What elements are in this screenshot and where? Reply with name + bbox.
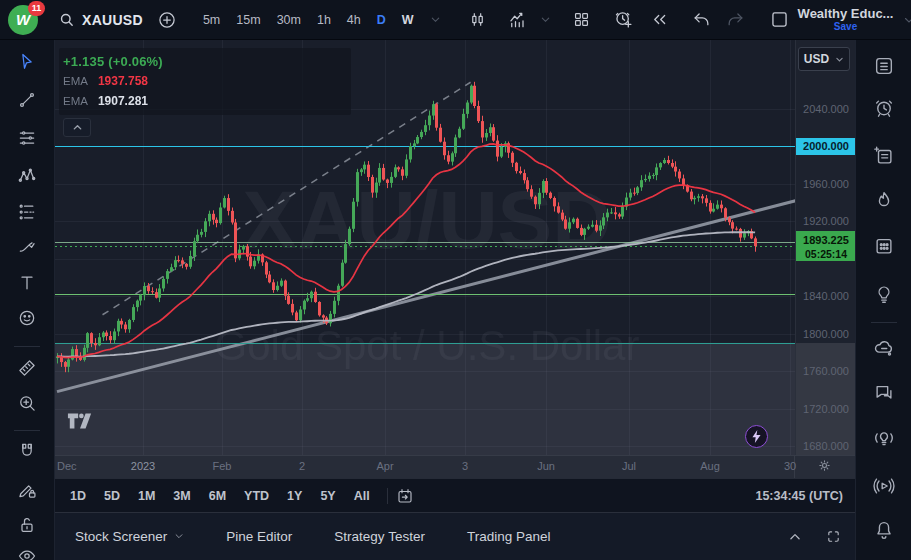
timeframe-menu-chevron-icon[interactable]	[422, 6, 450, 34]
tab-stock-screener[interactable]: Stock Screener	[75, 529, 184, 544]
ideas-bulb-icon[interactable]	[873, 283, 895, 309]
price-tick: 1800.000	[796, 328, 855, 340]
toolbar-divider	[871, 322, 897, 323]
tab-label: Trading Panel	[467, 529, 551, 544]
range-6m[interactable]: 6M	[200, 485, 235, 507]
symbol-search-icon[interactable]	[52, 6, 80, 34]
tradingview-logo[interactable]	[67, 412, 93, 430]
bar-replay-icon[interactable]	[646, 6, 674, 34]
timeframe-15m[interactable]: 15m	[228, 9, 268, 31]
brush-tool-icon[interactable]	[17, 237, 37, 261]
range-buttons: 1D5D1M3M6MYTD1Y5YAll	[61, 485, 379, 507]
time-axis[interactable]: Dec2023Feb2Apr3JunJulAug30	[55, 455, 855, 478]
range-1d[interactable]: 1D	[61, 485, 95, 507]
indicator-name: EMA	[63, 75, 88, 87]
compare-add-icon[interactable]	[153, 6, 181, 34]
text-tool-icon[interactable]	[17, 273, 37, 297]
forecast-tool-icon[interactable]	[17, 202, 37, 226]
save-layout-square-icon[interactable]	[766, 6, 794, 34]
redo-icon[interactable]	[722, 6, 750, 34]
save-label[interactable]: Save	[798, 20, 894, 33]
magnet-tool-icon[interactable]	[17, 441, 37, 465]
xabcd-pattern-tool-icon[interactable]	[17, 166, 37, 190]
range-5d[interactable]: 5D	[95, 485, 129, 507]
tab-label: Stock Screener	[75, 529, 167, 544]
hide-all-eye-tool-icon[interactable]	[17, 546, 37, 560]
legend-collapse-button[interactable]	[63, 118, 91, 137]
watchlist-icon[interactable]	[873, 55, 895, 81]
layout-account[interactable]: Wealthy Educ... Save	[798, 7, 894, 33]
range-ytd[interactable]: YTD	[235, 485, 278, 507]
timeframe-30m[interactable]: 30m	[269, 9, 309, 31]
alerts-clock-icon[interactable]	[873, 97, 895, 123]
price-tick: 1720.000	[796, 403, 855, 415]
object-tree-notes-icon[interactable]	[873, 145, 895, 171]
footer-icons	[788, 529, 841, 544]
trend-line-tool-icon[interactable]	[17, 90, 37, 114]
undo-icon[interactable]	[688, 6, 716, 34]
currency-label: USD	[804, 52, 829, 66]
go-to-date-icon[interactable]	[396, 487, 414, 505]
time-tick: 2023	[131, 460, 155, 472]
symbol-name[interactable]: XAUUSD	[82, 12, 143, 28]
streams-play-icon[interactable]	[873, 475, 895, 501]
calendar-icon[interactable]	[873, 235, 895, 261]
notifications-bell-icon[interactable]	[873, 519, 895, 545]
fib-lines-tool-icon[interactable]	[17, 128, 37, 152]
last-price-label: 1893.225	[796, 233, 855, 247]
utc-clock[interactable]: 15:34:45 (UTC)	[755, 489, 843, 503]
timeframe-4h[interactable]: 4h	[339, 9, 369, 31]
bar-countdown: 05:25:14	[796, 247, 855, 261]
range-1m[interactable]: 1M	[129, 485, 164, 507]
toolbar-divider	[14, 430, 40, 431]
indicator-row-ema1[interactable]: EMA 1937.758	[63, 71, 343, 91]
layout-menu-chevron-icon[interactable]	[895, 6, 911, 34]
timeframe-W[interactable]: W	[394, 9, 422, 31]
range-1y[interactable]: 1Y	[278, 485, 311, 507]
price-tick: 1960.000	[796, 178, 855, 190]
footer-tabs: Stock ScreenerPine EditorStrategy Tester…	[55, 529, 550, 544]
bottom-panel: Stock ScreenerPine EditorStrategy Tester…	[55, 512, 855, 560]
top-toolbar: W 11 XAUUSD 5m15m30m1h4hDW	[0, 0, 911, 40]
tab-pine-editor[interactable]: Pine Editor	[226, 529, 292, 544]
indicators-icon[interactable]	[504, 6, 532, 34]
fullscreen-icon[interactable]	[826, 529, 841, 544]
hotlists-flame-icon[interactable]	[873, 189, 895, 215]
indicator-name: EMA	[63, 95, 88, 107]
chart-style-candles-icon[interactable]	[464, 6, 492, 34]
cursor-tool-icon[interactable]	[17, 52, 37, 76]
minds-cloud-icon[interactable]	[873, 337, 895, 363]
range-all[interactable]: All	[345, 485, 379, 507]
measure-ruler-tool-icon[interactable]	[17, 358, 37, 382]
tab-strategy-tester[interactable]: Strategy Tester	[334, 529, 425, 544]
range-3m[interactable]: 3M	[164, 485, 199, 507]
indicators-chevron-icon[interactable]	[532, 6, 560, 34]
drawing-lock-tool-icon[interactable]	[17, 480, 37, 504]
chat-icon[interactable]	[873, 382, 895, 408]
lock-all-tool-icon[interactable]	[17, 515, 37, 539]
price-tick: 1680.000	[796, 440, 855, 452]
timeframe-D[interactable]: D	[369, 9, 394, 31]
indicator-value: 1907.281	[98, 94, 148, 108]
panel-expand-chevron-icon[interactable]	[788, 530, 802, 544]
timeframe-5m[interactable]: 5m	[195, 9, 228, 31]
time-tick: Dec	[57, 460, 77, 472]
emoji-tool-icon[interactable]	[17, 308, 37, 332]
symbol-change-row: +1.135 (+0.06%)	[63, 51, 343, 71]
create-alert-icon[interactable]	[610, 6, 638, 34]
chart-settings-gear-icon[interactable]	[817, 458, 832, 473]
indicator-row-ema2[interactable]: EMA 1907.281	[63, 91, 343, 111]
currency-selector[interactable]: USD	[798, 47, 850, 71]
price-axis[interactable]: 2040.0002000.0001960.0001920.0001840.000…	[795, 40, 855, 455]
range-5y[interactable]: 5Y	[311, 485, 344, 507]
zoom-in-tool-icon[interactable]	[17, 393, 37, 417]
price-tick: 1920.000	[796, 215, 855, 227]
account-logo[interactable]: W 11	[8, 5, 38, 35]
level-price-label: 2000.000	[796, 138, 855, 155]
tab-trading-panel[interactable]: Trading Panel	[467, 529, 551, 544]
layout-grid-icon[interactable]	[568, 6, 596, 34]
quick-boost-flash-button[interactable]	[745, 425, 768, 448]
timeframe-1h[interactable]: 1h	[309, 9, 339, 31]
toolbar-divider	[14, 346, 40, 347]
live-ideas-bulb-waves-icon[interactable]	[873, 427, 895, 453]
